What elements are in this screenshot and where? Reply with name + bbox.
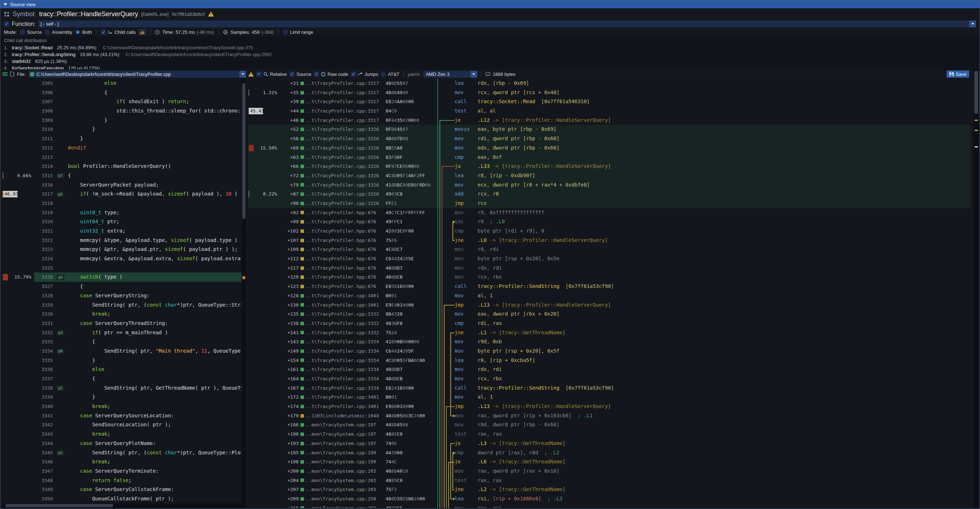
source-line[interactable]: 3318 [3,199,242,208]
source-horizontal-scrollbar[interactable] [3,503,246,508]
asm-row[interactable]: +99..t\TracyProfiler.hpp:67649FFC1incr9 … [248,217,970,226]
source-line[interactable]: 46.93%3317@5 if( !m_sock->Read( &payload… [3,189,242,199]
asm-row[interactable]: 1.31%+35..t\TracyProfiler.cpp:3317488B49… [248,88,970,97]
source-line[interactable]: 3321 uint32_t extra; [3,226,242,236]
child-call-row[interactable]: 3.stat64i32625 µs (1.36%) [4,58,976,65]
asm-row[interactable]: +143..t\TracyProfiler.cpp:333441B90B0000… [248,337,970,347]
save-button[interactable]: Save [947,70,969,78]
source-line[interactable]: 3335 } [3,356,242,365]
asm-row[interactable]: +112..t\TracyProfiler.hpp:676C64424205Em… [248,254,970,264]
source-line[interactable]: 3329 SendString( ptr, (const char*)ptr, … [3,301,242,310]
asm-row[interactable]: +79..t\TracyProfiler.cpp:3326418B8C80E0B… [248,180,970,190]
child-call-row[interactable]: 1.tracy::Socket::Read25.25 ms (54.89%)C:… [4,44,976,51]
source-line[interactable]: 3349 case ServerQueryCallstackFrame: [3,485,242,494]
asm-row[interactable]: +46..t\TracyProfiler.cpp:33170F843502000… [248,116,970,125]
asm-row[interactable]: +66..t\TracyProfiler.cpp:33260F87CE06000… [248,162,970,171]
source-line[interactable]: 3327 { [3,282,242,291]
source-line[interactable]: 3312#endif [3,143,242,153]
asm-row[interactable]: +174..t\TracyProfiler.cpp:3401E9B8010000… [248,402,970,411]
source-line[interactable]: 3324 memcpy( &extra, &payload.extra, siz… [3,254,242,264]
source-line[interactable]: 3306 { [3,88,242,97]
asm-row[interactable]: +198..mon\TracySystem.cpp:199744Cje.L6 -… [248,457,970,466]
asm-row[interactable]: +154..t\TracyProfiler.cpp:33344C8D055FBA… [248,356,970,365]
asm-row[interactable]: +52..t\TracyProfiler.cpp:33260FB64597mov… [248,125,970,134]
source-line[interactable]: 3322 memcpy( &type, &payload.type, sizeo… [3,236,242,245]
mode-radio-both[interactable]: Both [75,29,92,35]
child-distribution-toggle-button[interactable] [139,29,146,35]
source-line[interactable]: 3338@1 SendString( ptr, GetThreadName( p… [3,383,242,393]
source-line[interactable]: 3313 [3,153,242,162]
collapse-icon[interactable] [3,3,7,6]
source-line[interactable]: 3316 ServerQueryPacket payload; [3,180,242,190]
mode-radio-assembly[interactable]: Assembly [45,29,72,35]
source-line[interactable]: 3340 break; [3,402,242,411]
asm-row[interactable]: +207..mon\TracySystem.cpp:20375F2jne.L2 … [248,485,970,494]
asm-row[interactable]: +102..t\TracyProfiler.hpp:67642803C0F00c… [248,226,970,236]
source-line[interactable]: 15.79%3326@9 switch( type ) [3,272,242,282]
asm-row[interactable]: 0.22%+87..t\TracyProfiler.cpp:33264903C8… [248,189,970,199]
asm-row[interactable]: +63..t\TracyProfiler.cpp:332683F80Fcmpea… [248,153,970,162]
asm-row[interactable]: +92..t\TracyProfiler.hpp:67649C7C1FFFFFF… [248,208,970,218]
asm-row[interactable]: +200..mon\TracySystem.cpp:203488B4010mov… [248,466,970,476]
child-call-row[interactable]: 4.KeSynchronizeExecution125 µs (0.27%) [4,65,976,69]
asm-row[interactable]: +204..mon\TracySystem.cpp:2034885C0testr… [248,476,970,485]
asm-row[interactable]: +130..t\TracyProfiler.cpp:3401E9E4010000… [248,301,970,310]
asm-row[interactable]: +72..t\TracyProfiler.cpp:33264C8D05F146F… [248,171,970,180]
asm-row[interactable]: +123..t\TracyProfiler.hpp:676E850160000c… [248,282,970,291]
asm-row[interactable]: +186..mon\TracySystem.cpp:197448B4598mov… [248,420,970,429]
function-combo[interactable]: [ - self - ] [38,21,976,27]
source-line[interactable]: 3334@6 SendString( ptr, "Main thread", 1… [3,347,242,356]
asm-row[interactable]: +90..t\TracyProfiler.cpp:3326FFE1jmprcx [248,199,970,208]
asm-row[interactable]: 15.50%+60..t\TracyProfiler.cpp:33268B55A… [248,143,970,153]
source-line[interactable]: 3325 [3,264,242,273]
asm-row[interactable]: +193..mon\TracySystem.cpp:197740Eje.L3 -… [248,439,970,448]
asm-row[interactable]: +39..t\TracyProfiler.cpp:3317E824AA0000c… [248,97,970,107]
asm-row[interactable]: +141..t\TracyProfiler.cpp:33327524jne.L1… [248,328,970,337]
file-combo[interactable]: C:\Users\wolf\Desktop\darkrl\contrib\tra… [29,71,246,78]
source-line[interactable]: 3337 { [3,374,242,383]
raw-code-checkbox[interactable]: ✓ Raw code [314,72,348,77]
source-vertical-scrollbar[interactable] [242,79,246,503]
asm-row[interactable]: +164..t\TracyProfiler.cpp:3334488BCBmovr… [248,374,970,383]
limit-range-checkbox[interactable]: Limit range [283,29,313,35]
source-line[interactable]: 3348 return false; [3,476,242,485]
source-checkbox[interactable]: ✓ Source [289,72,311,77]
asm-row[interactable]: +161..t\TracyProfiler.cpp:3334488BD7movr… [248,365,970,374]
asm-row[interactable]: +179..1103\include\atomic:1048488B05B63C… [248,411,970,421]
source-line[interactable]: 3336 else [3,365,242,374]
scrollbar-handle[interactable] [974,71,978,114]
source-line[interactable]: 3310 } [3,125,242,134]
source-line[interactable]: 3305 else [3,79,242,88]
asm-row[interactable]: +109..t\TracyProfiler.hpp:6764C8BC7movr8… [248,245,970,254]
asm-row[interactable]: +56..t\TracyProfiler.cpp:3326488B7D98mov… [248,134,970,143]
source-line[interactable]: 3319 uint8_t type; [3,208,242,218]
att-radio[interactable]: AT&T [380,72,399,77]
asm-row[interactable]: +138..t\TracyProfiler.cpp:3332483BF8cmpr… [248,319,970,328]
source-line[interactable]: 3314bool Profiler::HandleServerQuery() [3,162,242,171]
child-calls-checkbox[interactable]: ✓ Child calls [100,29,135,35]
jumps-checkbox[interactable]: ✓ Jumps [351,72,378,77]
asm-row[interactable]: +190..mon\TracySystem.cpp:1974885C0testr… [248,429,970,439]
source-line[interactable]: 0.66%3315@7{ [3,171,242,180]
scrollbar-handle[interactable] [5,504,113,507]
source-line[interactable]: 3320 uint64_t ptr; [3,217,242,226]
asm-row[interactable]: +216..mon\TracySystem.cpp:258488BCEmovrc… [248,504,970,508]
mode-radio-source[interactable]: Source [20,29,42,35]
asm-row[interactable]: +120..t\TracyProfiler.hpp:676488BCBmovrc… [248,272,970,282]
source-line[interactable]: 3343 break; [3,429,242,439]
window-titlebar[interactable]: Source view [0,0,980,8]
source-line[interactable]: 3307 if( shouldExit ) return; [3,97,242,107]
source-line[interactable]: 3323 memcpy( &ptr, &payload.ptr, sizeof(… [3,245,242,254]
source-line[interactable]: 3330 break; [3,310,242,319]
source-line[interactable]: 3328 case ServerQueryString: [3,291,242,301]
source-line[interactable]: 3345@1 SendString( ptr, (const char*)ptr… [3,448,242,458]
asm-row[interactable]: +195..mon\TracySystem.cpp:199443900cmpdw… [248,448,970,458]
source-line[interactable]: 3308 std::this_thread::sleep_for( std::c… [3,107,242,116]
asm-row[interactable]: +31..t\TracyProfiler.cpp:3317488D5597lea… [248,79,970,88]
source-line[interactable]: 3333 { [3,337,242,347]
source-line[interactable]: 3346 break; [3,457,242,466]
function-checkbox[interactable]: ✓ [4,21,10,27]
source-line[interactable]: 3331 case ServerQueryThreadString: [3,319,242,328]
asm-row[interactable]: +135..t\TracyProfiler.cpp:33328B4320move… [248,310,970,319]
source-line[interactable]: 3311 } [3,134,242,143]
